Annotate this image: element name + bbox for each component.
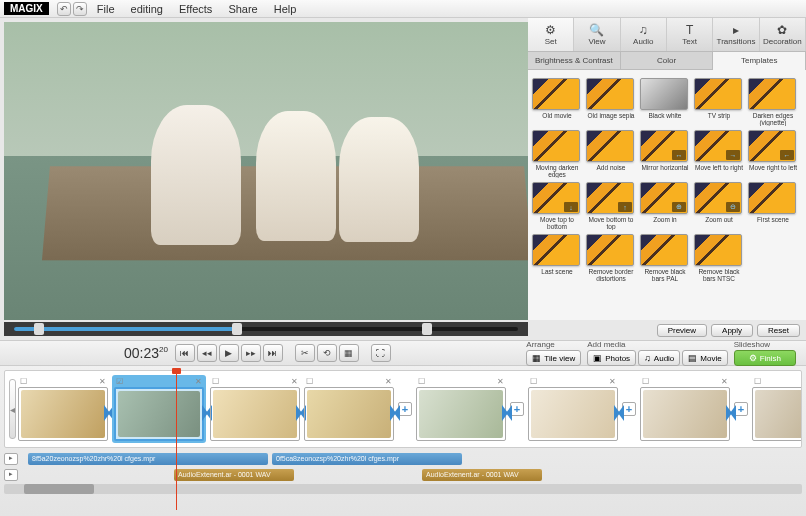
- clip[interactable]: ☐✕: [528, 377, 618, 441]
- close-icon[interactable]: ✕: [291, 377, 298, 387]
- template-old-movie[interactable]: Old movie: [532, 78, 582, 126]
- track-toggle[interactable]: ▸: [4, 453, 18, 465]
- template-remove-black-bars-ntsc[interactable]: Remove black bars NTSC: [694, 234, 744, 282]
- close-icon[interactable]: ✕: [195, 377, 202, 387]
- text-icon: T: [686, 23, 693, 37]
- template-old-image-sepia[interactable]: Old image sepia: [586, 78, 636, 126]
- add-audio-button[interactable]: ♫Audio: [638, 350, 680, 366]
- set-icon: ⚙: [545, 23, 556, 37]
- transition-handle[interactable]: [726, 405, 736, 421]
- clip[interactable]: ☐✕: [416, 377, 506, 441]
- clip[interactable]: ☐✕: [210, 377, 300, 441]
- checkbox-icon[interactable]: ☐: [754, 377, 761, 387]
- transition-handle[interactable]: [502, 405, 512, 421]
- checkbox-icon[interactable]: ☐: [418, 377, 425, 387]
- close-icon[interactable]: ✕: [385, 377, 392, 387]
- clip[interactable]: ☐✕: [752, 377, 802, 441]
- video-track-clip[interactable]: 8f5a20zeonozsp%20zhr%20l cfges.mpr: [28, 453, 268, 465]
- clip[interactable]: ☐✕: [304, 377, 394, 441]
- rotate-button[interactable]: ⟲: [317, 344, 337, 362]
- play-button[interactable]: ▶: [219, 344, 239, 362]
- first-button[interactable]: ⏮: [175, 344, 195, 362]
- close-icon[interactable]: ✕: [609, 377, 616, 387]
- checkbox-icon[interactable]: ☐: [212, 377, 219, 387]
- subtab-color[interactable]: Color: [621, 52, 714, 70]
- checkbox-icon[interactable]: ☐: [642, 377, 649, 387]
- menu-file[interactable]: File: [89, 3, 123, 15]
- last-button[interactable]: ⏭: [263, 344, 283, 362]
- fullscreen-button[interactable]: ⛶: [371, 344, 391, 362]
- close-icon[interactable]: ✕: [497, 377, 504, 387]
- tab-decoration[interactable]: ✿Decoration: [760, 18, 806, 51]
- close-icon[interactable]: ✕: [721, 377, 728, 387]
- add-clip-button[interactable]: +: [398, 402, 412, 416]
- prev-button[interactable]: ◂◂: [197, 344, 217, 362]
- template-move-right-to-left[interactable]: ←Move right to left: [748, 130, 798, 178]
- add-clip-button[interactable]: +: [510, 402, 524, 416]
- add-clip-button[interactable]: +: [734, 402, 748, 416]
- template-move-bottom-to-top[interactable]: ↑Move bottom to top: [586, 182, 636, 230]
- template-last-scene[interactable]: Last scene: [532, 234, 582, 282]
- tab-view[interactable]: 🔍View: [574, 18, 620, 51]
- template-remove-black-bars-pal[interactable]: Remove black bars PAL: [640, 234, 690, 282]
- next-button[interactable]: ▸▸: [241, 344, 261, 362]
- preview-scrubber[interactable]: [4, 322, 528, 336]
- reset-button[interactable]: Reset: [757, 324, 800, 337]
- photo-icon: ▣: [593, 353, 602, 363]
- checkbox-icon[interactable]: ☑: [116, 377, 123, 387]
- menu-help[interactable]: Help: [266, 3, 305, 15]
- audio-icon: ♫: [644, 353, 651, 363]
- menu-share[interactable]: Share: [220, 3, 265, 15]
- template-zoom-in[interactable]: ⊕Zoom in: [640, 182, 690, 230]
- template-black-white[interactable]: Black white: [640, 78, 690, 126]
- finish-button[interactable]: ⚙Finish: [734, 350, 796, 366]
- cut-button[interactable]: ✂: [295, 344, 315, 362]
- subtab-templates[interactable]: Templates: [713, 52, 806, 70]
- template-tv-strip[interactable]: TV strip: [694, 78, 744, 126]
- video-track-clip[interactable]: 0f5ca8zeonozsp%20zhr%20l cfges.mpr: [272, 453, 462, 465]
- clip[interactable]: ☐✕: [18, 377, 108, 441]
- add-clip-button[interactable]: +: [622, 402, 636, 416]
- template-grid: Old movieOld image sepiaBlack whiteTV st…: [528, 70, 806, 320]
- grid-icon: ▦: [532, 353, 541, 363]
- tab-text[interactable]: TText: [667, 18, 713, 51]
- clip[interactable]: ☐✕: [640, 377, 730, 441]
- template-remove-border-distortions[interactable]: Remove border distortions: [586, 234, 636, 282]
- apply-button[interactable]: Apply: [711, 324, 753, 337]
- checkbox-icon[interactable]: ☐: [530, 377, 537, 387]
- transition-handle[interactable]: [614, 405, 624, 421]
- audio-track-clip[interactable]: AudioExtenent.ar - 0001 WAV: [174, 469, 294, 481]
- template-darken-edges-vignette-[interactable]: Darken edges (vignette): [748, 78, 798, 126]
- checkbox-icon[interactable]: ☐: [306, 377, 313, 387]
- tab-transitions[interactable]: ▸Transitions: [713, 18, 759, 51]
- track-toggle[interactable]: ▸: [4, 469, 18, 481]
- add-movie-button[interactable]: ▤Movie: [682, 350, 727, 366]
- audio-track-clip[interactable]: AudioExtenent.ar - 0001 WAV: [422, 469, 542, 481]
- tool-button[interactable]: ▦: [339, 344, 359, 362]
- timeline-scrollbar[interactable]: [4, 484, 802, 494]
- strip-prev-button[interactable]: ◂: [9, 379, 16, 439]
- template-mirror-horizontal[interactable]: ↔Mirror horizontal: [640, 130, 690, 178]
- template-zoom-out[interactable]: ⊖Zoom out: [694, 182, 744, 230]
- template-move-top-to-bottom[interactable]: ↓Move top to bottom: [532, 182, 582, 230]
- template-move-left-to-right[interactable]: →Move left to right: [694, 130, 744, 178]
- tab-set[interactable]: ⚙Set: [528, 18, 574, 51]
- redo-button[interactable]: ↷: [73, 2, 87, 16]
- checkbox-icon[interactable]: ☐: [20, 377, 27, 387]
- playhead[interactable]: [176, 370, 177, 510]
- tile-view-button[interactable]: ▦Tile view: [526, 350, 581, 366]
- tab-audio[interactable]: ♫Audio: [621, 18, 667, 51]
- close-icon[interactable]: ✕: [99, 377, 106, 387]
- template-first-scene[interactable]: First scene: [748, 182, 798, 230]
- menu-editing[interactable]: editing: [123, 3, 171, 15]
- undo-button[interactable]: ↶: [57, 2, 71, 16]
- template-moving-darken-edges[interactable]: Moving darken edges: [532, 130, 582, 178]
- clip[interactable]: ☑✕: [112, 375, 206, 443]
- template-add-noise[interactable]: Add noise: [586, 130, 636, 178]
- preview-button[interactable]: Preview: [657, 324, 707, 337]
- view-icon: 🔍: [589, 23, 604, 37]
- subtab-brightness-contrast[interactable]: Brightness & Contrast: [528, 52, 621, 70]
- menu-effects[interactable]: Effects: [171, 3, 220, 15]
- add-photos-button[interactable]: ▣Photos: [587, 350, 636, 366]
- transition-handle[interactable]: [390, 405, 400, 421]
